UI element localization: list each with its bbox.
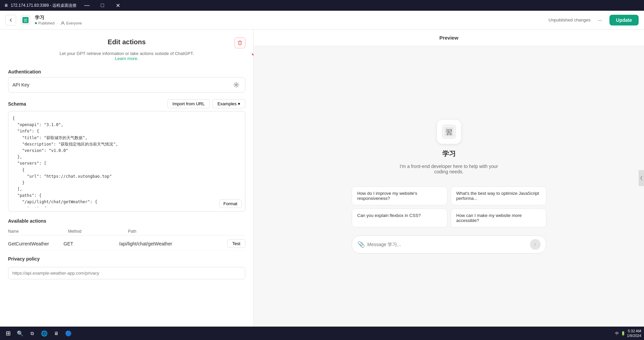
preview-panel: Preview 習 学习 I'm a front-end developer h… bbox=[254, 30, 644, 327]
preview-content: 習 学习 I'm a front-end developer here to h… bbox=[254, 46, 644, 327]
schema-code-editor[interactable]: { "openapi": "3.1.0", "info": { "title":… bbox=[8, 111, 245, 212]
svg-text:習: 習 bbox=[23, 18, 28, 23]
unpublished-label: Unpublished changes bbox=[549, 17, 591, 22]
available-actions-label: Available actions bbox=[8, 218, 245, 224]
send-icon: ↑ bbox=[534, 242, 536, 247]
svg-text:習: 習 bbox=[446, 128, 452, 136]
action-method: GET bbox=[63, 241, 116, 246]
schema-code: { "openapi": "3.1.0", "info": { "title":… bbox=[12, 115, 241, 207]
header-right: Unpublished changes ··· Update bbox=[549, 15, 639, 25]
col-name: Name bbox=[8, 229, 65, 234]
minimize-button[interactable]: — bbox=[79, 0, 95, 11]
browser2-icon: 🔵 bbox=[65, 330, 72, 337]
suggestion-card-0[interactable]: How do I improve my website's responsive… bbox=[352, 186, 447, 205]
main-content: Edit actions Let your GPT retrieve infor… bbox=[0, 30, 644, 327]
taskbar: ⊞ 🔍 ⧉ 🌐 🖥 🔵 中 🔋 5:32 AM 1/9/2024 bbox=[0, 327, 644, 340]
suggestion-card-2[interactable]: Can you explain flexbox in CSS? bbox=[352, 209, 447, 227]
chrome-icon: 🌐 bbox=[41, 330, 48, 337]
privacy-input[interactable] bbox=[8, 267, 245, 279]
taskbar-taskview[interactable]: ⧉ bbox=[27, 328, 38, 339]
lang-indicator: 中 bbox=[615, 331, 619, 336]
close-button[interactable]: ✕ bbox=[110, 0, 126, 11]
more-button[interactable]: ··· bbox=[595, 15, 605, 25]
status-text: Published bbox=[38, 21, 54, 25]
date-display: 1/9/2024 bbox=[627, 333, 641, 338]
table-header: Name Method Path bbox=[8, 228, 245, 235]
gpt-name: 学习 bbox=[35, 15, 82, 21]
search-icon: 🔍 bbox=[17, 330, 23, 337]
gpt-info: 学习 Published · Everyone bbox=[35, 15, 82, 25]
auth-value: API Key bbox=[12, 82, 232, 88]
auth-gear-button[interactable] bbox=[232, 80, 241, 90]
taskbar-time[interactable]: 5:32 AM 1/9/2024 bbox=[627, 329, 641, 338]
learn-more-link[interactable]: Learn more. bbox=[115, 56, 138, 61]
chevron-down-icon: ▾ bbox=[238, 101, 240, 106]
authentication-label: Authentication bbox=[8, 69, 245, 74]
audience-text: Everyone bbox=[66, 21, 82, 25]
left-panel: Edit actions Let your GPT retrieve infor… bbox=[0, 30, 254, 327]
app-header: 習 学习 Published · Everyone Unpublished ch… bbox=[0, 11, 644, 30]
title-bar-controls: — □ ✕ bbox=[79, 0, 126, 11]
maximize-button[interactable]: □ bbox=[95, 0, 110, 11]
preview-gpt-desc: I'm a front-end developer here to help w… bbox=[395, 164, 503, 174]
test-button[interactable]: Test bbox=[227, 239, 245, 248]
time-display: 5:32 AM bbox=[627, 329, 641, 333]
actions-table: Name Method Path GetCurrentWeather GET /… bbox=[8, 228, 245, 251]
title-bar-icon: 🖥 bbox=[4, 3, 8, 8]
taskbar-browser2[interactable]: 🔵 bbox=[63, 328, 74, 339]
preview-gpt-name: 学习 bbox=[442, 149, 456, 158]
taskbar-chrome[interactable]: 🌐 bbox=[39, 328, 50, 339]
preview-header: Preview bbox=[254, 30, 644, 46]
schema-actions: Import from URL Examples ▾ bbox=[167, 99, 245, 108]
more-icon: ··· bbox=[598, 17, 602, 23]
battery-icon: 🔋 bbox=[621, 331, 626, 336]
privacy-label: Privacy policy bbox=[8, 256, 245, 262]
suggestion-card-3[interactable]: How can I make my website more accessibl… bbox=[451, 209, 546, 227]
title-bar-text: 172.174.171.83:3389 - 远程桌面连接 bbox=[11, 3, 77, 8]
delete-button[interactable] bbox=[235, 38, 245, 48]
send-button[interactable]: ↑ bbox=[530, 239, 541, 250]
status-dot bbox=[35, 22, 37, 24]
action-name: GetCurrentWeather bbox=[8, 241, 61, 246]
taskview-icon: ⧉ bbox=[31, 331, 34, 336]
schema-header: Schema Import from URL Examples ▾ bbox=[8, 99, 245, 108]
title-bar: 🖥 172.174.171.83:3389 - 远程桌面连接 — □ ✕ bbox=[0, 0, 644, 11]
examples-label: Examples bbox=[217, 101, 237, 106]
schema-label: Schema bbox=[8, 101, 26, 107]
terminal-icon: 🖥 bbox=[54, 331, 59, 336]
gpt-status: Published · Everyone bbox=[35, 21, 82, 25]
suggestion-grid: How do I improve my website's responsive… bbox=[352, 186, 546, 227]
svg-point-3 bbox=[236, 84, 237, 86]
edit-subtitle: Let your GPT retrieve information or tak… bbox=[8, 51, 245, 56]
table-row: GetCurrentWeather GET /api/light/chat/ge… bbox=[8, 237, 245, 251]
edit-title: Edit actions bbox=[67, 38, 186, 46]
preview-input-row: 📎 ↑ bbox=[352, 235, 546, 253]
auth-row-container: API Key bbox=[8, 77, 245, 93]
back-button[interactable] bbox=[5, 15, 16, 25]
audience-icon bbox=[60, 21, 65, 25]
taskbar-sys-tray: 中 🔋 bbox=[615, 331, 626, 336]
auth-input-row: API Key bbox=[8, 77, 245, 93]
preview-message-input[interactable] bbox=[367, 242, 527, 247]
col-method: Method bbox=[68, 229, 126, 234]
taskbar-terminal[interactable]: 🖥 bbox=[51, 328, 62, 339]
attachment-icon[interactable]: 📎 bbox=[357, 241, 365, 248]
format-button[interactable]: Format bbox=[219, 200, 242, 208]
examples-button[interactable]: Examples ▾ bbox=[212, 99, 245, 108]
action-path: /api/light/chat/getWeather bbox=[119, 241, 225, 246]
edit-learn: Learn more. bbox=[8, 56, 245, 61]
taskbar-start[interactable]: ⊞ bbox=[3, 328, 13, 339]
taskbar-search[interactable]: 🔍 bbox=[15, 328, 26, 339]
suggestion-card-1[interactable]: What's the best way to optimize JavaScri… bbox=[451, 186, 546, 205]
update-button[interactable]: Update bbox=[609, 15, 639, 25]
code-scroll: { "openapi": "3.1.0", "info": { "title":… bbox=[12, 115, 241, 207]
import-url-button[interactable]: Import from URL bbox=[167, 99, 210, 108]
start-icon: ⊞ bbox=[6, 330, 11, 337]
gpt-app-icon: 習 bbox=[20, 15, 31, 25]
collapse-tab[interactable] bbox=[639, 170, 644, 186]
col-path: Path bbox=[128, 229, 243, 234]
panel-header-row: Edit actions bbox=[8, 38, 245, 48]
preview-gpt-icon: 習 bbox=[437, 120, 461, 144]
